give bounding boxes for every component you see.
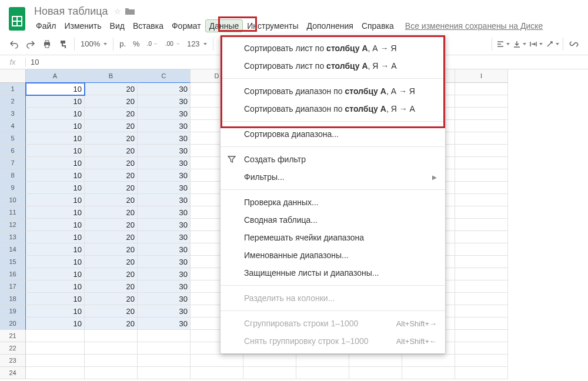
print-button[interactable] bbox=[39, 36, 55, 52]
cell[interactable] bbox=[455, 231, 508, 243]
row-header[interactable]: 3 bbox=[0, 108, 26, 120]
cell[interactable]: 10 bbox=[26, 120, 85, 132]
cell[interactable] bbox=[26, 367, 85, 379]
cell[interactable]: 10 bbox=[26, 145, 85, 157]
cell[interactable]: 20 bbox=[85, 145, 138, 157]
row-header[interactable]: 1 bbox=[0, 83, 26, 95]
cell[interactable]: 20 bbox=[85, 231, 138, 243]
cell[interactable]: 30 bbox=[138, 182, 191, 194]
wrap-button[interactable] bbox=[527, 36, 544, 52]
cell[interactable]: 10 bbox=[26, 293, 85, 305]
cell[interactable]: 30 bbox=[138, 120, 191, 132]
cell[interactable]: 20 bbox=[85, 256, 138, 268]
row-header[interactable]: 8 bbox=[0, 169, 26, 182]
menu-справка[interactable]: Справка bbox=[358, 19, 398, 32]
column-header[interactable]: I bbox=[455, 69, 508, 83]
row-header[interactable]: 14 bbox=[0, 243, 26, 256]
menu-sort-sheet-az[interactable]: Сортировать лист по столбцу A, А → Я bbox=[220, 39, 445, 57]
cell[interactable] bbox=[455, 108, 508, 120]
cell[interactable] bbox=[85, 342, 138, 355]
menu-create-filter[interactable]: Создать фильтр bbox=[220, 151, 445, 168]
cell[interactable]: 20 bbox=[85, 243, 138, 256]
cell[interactable] bbox=[455, 145, 508, 157]
cell[interactable]: 30 bbox=[138, 145, 191, 157]
cell[interactable]: 10 bbox=[26, 268, 85, 280]
row-header[interactable]: 5 bbox=[0, 132, 26, 145]
v-align-button[interactable] bbox=[511, 36, 527, 52]
cell[interactable]: 30 bbox=[138, 157, 191, 169]
menu-shuffle-range[interactable]: Перемешать ячейки диапазона bbox=[220, 229, 445, 246]
cell[interactable]: 20 bbox=[85, 268, 138, 280]
folder-icon[interactable] bbox=[125, 7, 135, 15]
cell[interactable] bbox=[191, 355, 243, 367]
row-header[interactable]: 24 bbox=[0, 367, 26, 379]
row-header[interactable]: 6 bbox=[0, 145, 26, 157]
cell[interactable]: 20 bbox=[85, 293, 138, 305]
cell[interactable] bbox=[26, 355, 85, 367]
cell[interactable]: 30 bbox=[138, 83, 191, 95]
star-icon[interactable]: ☆ bbox=[114, 7, 121, 16]
cell[interactable]: 20 bbox=[85, 83, 138, 95]
h-align-button[interactable] bbox=[495, 36, 511, 52]
cell[interactable] bbox=[402, 367, 455, 379]
undo-button[interactable] bbox=[6, 36, 22, 52]
menu-sort-range[interactable]: Сортировка диапазона... bbox=[220, 125, 445, 143]
menu-данные[interactable]: Данные bbox=[205, 19, 243, 32]
cell[interactable] bbox=[455, 330, 508, 342]
cell[interactable]: 10 bbox=[26, 194, 85, 206]
cell[interactable]: 10 bbox=[26, 231, 85, 243]
row-header[interactable]: 15 bbox=[0, 256, 26, 268]
cell[interactable] bbox=[191, 367, 243, 379]
sheets-logo[interactable] bbox=[5, 4, 32, 33]
cell[interactable] bbox=[455, 206, 508, 219]
cell[interactable] bbox=[26, 342, 85, 355]
cell[interactable]: 20 bbox=[85, 317, 138, 330]
menu-sort-sheet-za[interactable]: Сортировать лист по столбцу A, Я → А bbox=[220, 57, 445, 75]
cell[interactable] bbox=[455, 268, 508, 280]
cell[interactable] bbox=[455, 342, 508, 355]
cell[interactable]: 30 bbox=[138, 268, 191, 280]
cell[interactable]: 10 bbox=[26, 95, 85, 108]
cell[interactable] bbox=[85, 355, 138, 367]
menu-sort-range-za[interactable]: Сортировать диапазон по столбцу A, Я → А bbox=[220, 100, 445, 118]
cell[interactable]: 20 bbox=[85, 95, 138, 108]
cell[interactable]: 30 bbox=[138, 194, 191, 206]
cell[interactable] bbox=[455, 157, 508, 169]
menu-инструменты[interactable]: Инструменты bbox=[243, 19, 302, 32]
row-header[interactable]: 4 bbox=[0, 120, 26, 132]
row-header[interactable]: 12 bbox=[0, 219, 26, 231]
cell[interactable] bbox=[138, 342, 191, 355]
cell[interactable]: 30 bbox=[138, 108, 191, 120]
cell[interactable] bbox=[85, 367, 138, 379]
cell[interactable]: 30 bbox=[138, 280, 191, 293]
row-header[interactable]: 7 bbox=[0, 157, 26, 169]
cell[interactable]: 30 bbox=[138, 132, 191, 145]
cell[interactable] bbox=[455, 317, 508, 330]
menu-named-ranges[interactable]: Именованные диапазоны... bbox=[220, 246, 445, 264]
cell[interactable]: 30 bbox=[138, 317, 191, 330]
row-header[interactable]: 2 bbox=[0, 95, 26, 108]
menu-sort-range-az[interactable]: Сортировать диапазон по столбцу A, А → Я bbox=[220, 82, 445, 100]
menu-вид[interactable]: Вид bbox=[106, 19, 129, 32]
cell[interactable] bbox=[455, 305, 508, 317]
cell[interactable] bbox=[349, 355, 402, 367]
select-all-corner[interactable] bbox=[0, 69, 26, 83]
row-header[interactable]: 17 bbox=[0, 280, 26, 293]
column-header[interactable]: A bbox=[26, 69, 85, 83]
cell[interactable] bbox=[455, 120, 508, 132]
menu-pivot-table[interactable]: Сводная таблица... bbox=[220, 211, 445, 229]
currency-button[interactable]: р. bbox=[116, 39, 129, 48]
cell[interactable] bbox=[138, 367, 191, 379]
cell[interactable] bbox=[455, 280, 508, 293]
cell[interactable]: 20 bbox=[85, 206, 138, 219]
row-header[interactable]: 23 bbox=[0, 355, 26, 367]
cell[interactable] bbox=[349, 367, 402, 379]
cell[interactable] bbox=[455, 182, 508, 194]
row-header[interactable]: 16 bbox=[0, 268, 26, 280]
cell[interactable]: 20 bbox=[85, 157, 138, 169]
cell[interactable] bbox=[296, 355, 349, 367]
cell[interactable] bbox=[243, 367, 296, 379]
save-status[interactable]: Все изменения сохранены на Диске bbox=[405, 21, 543, 31]
cell[interactable] bbox=[138, 330, 191, 342]
cell[interactable] bbox=[455, 243, 508, 256]
